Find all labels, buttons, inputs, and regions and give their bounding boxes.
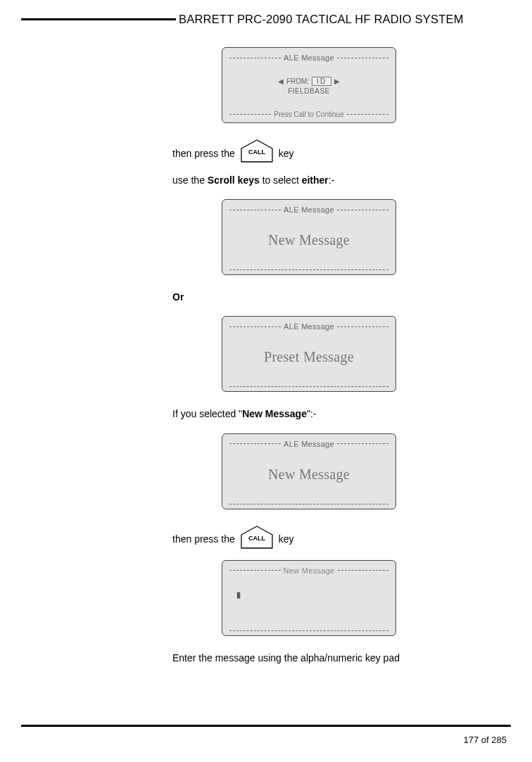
lcd-screen-from: ALE Message ◀ FROM: ID ▶ FIELDBASE Press… (222, 47, 396, 123)
dash (338, 570, 389, 571)
page-number: 177 of 285 (464, 735, 507, 745)
lcd-big-text: Preset Message (264, 349, 354, 365)
dash (229, 570, 281, 571)
from-label: FROM: (286, 77, 309, 85)
dash (337, 326, 388, 327)
lcd-body: New Message (229, 214, 388, 267)
dash (337, 210, 388, 210)
text: If you selected " (172, 408, 242, 419)
instruction-if-new-message: If you selected "New Message":- (172, 407, 496, 420)
lcd-title: ALE Message (284, 322, 334, 331)
lcd-screen-new-message-2: ALE Message New Message (222, 433, 396, 509)
dash (229, 114, 271, 115)
lcd-bottom-dash (229, 504, 388, 504)
lcd-big-text: New Message (268, 466, 350, 483)
content-column: ALE Message ◀ FROM: ID ▶ FIELDBASE Press… (172, 47, 496, 664)
lcd-from-row: ◀ FROM: ID ▶ (278, 77, 340, 86)
text: ":- (307, 408, 317, 419)
header-rule-left (21, 18, 176, 20)
lcd-title: ALE Message (284, 205, 334, 214)
text: key (279, 533, 294, 546)
from-id-box: ID (312, 77, 331, 86)
text-bold: New Message (242, 408, 307, 419)
call-key-label: CALL (248, 148, 265, 155)
text: to select (260, 174, 302, 186)
instruction-enter-message: Enter the message using the alpha/numeri… (172, 652, 496, 664)
lcd-screen-entry: New Message ▮ (222, 560, 396, 636)
lcd-title: ALE Message (284, 440, 334, 448)
instruction-press-call-2: then press the CALL key (172, 525, 496, 546)
header-title: BARRETT PRC-2090 TACTICAL HF RADIO SYSTE… (176, 13, 464, 26)
lcd-title-row: ALE Message (229, 205, 388, 214)
lcd-big-text: New Message (268, 232, 350, 248)
instruction-scroll-keys: use the Scroll keys to select either:- (172, 174, 496, 186)
dash (229, 326, 281, 327)
lcd-body: New Message (229, 448, 388, 501)
lcd-bottom-dash (229, 630, 388, 631)
call-key-icon: CALL (239, 139, 275, 163)
arrow-right-icon: ▶ (334, 77, 340, 85)
dash-left (229, 58, 281, 58)
text: then press the (172, 533, 235, 546)
instruction-press-call-1: then press the CALL key (172, 139, 496, 160)
lcd-screen-new-message: ALE Message New Message (222, 199, 396, 275)
lcd-title-row: ALE Message (229, 440, 388, 448)
dash (229, 443, 281, 444)
text-cursor-icon: ▮ (236, 590, 241, 599)
lcd-body (229, 575, 388, 628)
lcd-footer-text: Press Call to Continue (274, 110, 344, 118)
arrow-left-icon: ◀ (278, 77, 284, 85)
text-bold: either (302, 174, 329, 186)
dash (337, 443, 388, 444)
dash-right (337, 58, 388, 58)
dash (229, 210, 281, 210)
text-bold: Scroll keys (208, 174, 260, 186)
text: use the (172, 174, 208, 186)
lcd-bottom-dash (229, 386, 388, 387)
lcd-body: ◀ FROM: ID ▶ FIELDBASE (229, 62, 388, 109)
call-key-label: CALL (248, 535, 265, 542)
dash (347, 114, 388, 115)
call-key-icon: CALL (239, 525, 275, 549)
footer-rule (21, 725, 511, 727)
page: BARRETT PRC-2090 TACTICAL HF RADIO SYSTE… (0, 0, 532, 762)
text: :- (329, 174, 335, 186)
lcd-bottom-dash (229, 269, 388, 270)
lcd-title-row: ALE Message (229, 322, 388, 331)
text: then press the (172, 148, 235, 160)
text: key (279, 148, 294, 160)
lcd-title: ALE Message (284, 53, 334, 62)
lcd-title: New Message (284, 566, 335, 575)
lcd-screen-preset-message: ALE Message Preset Message (222, 316, 396, 392)
fieldbase-label: FIELDBASE (288, 87, 330, 95)
lcd-title-row: New Message (229, 566, 388, 575)
lcd-body: Preset Message (229, 331, 388, 383)
lcd-footer-row: Press Call to Continue (229, 110, 388, 118)
lcd-title-row: ALE Message (229, 53, 388, 62)
or-label: Or (172, 291, 496, 303)
page-header: BARRETT PRC-2090 TACTICAL HF RADIO SYSTE… (21, 13, 511, 26)
